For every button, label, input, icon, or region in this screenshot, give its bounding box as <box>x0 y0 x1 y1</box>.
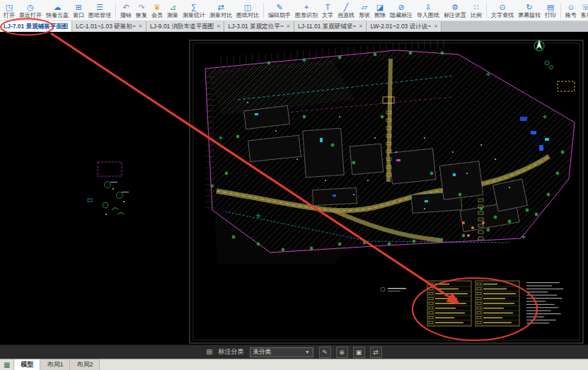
export-annotation-icon[interactable]: ⇄ <box>370 347 382 358</box>
category-grid-icon[interactable]: ⊞ <box>206 347 212 357</box>
toolbar-label: 测量对比 <box>209 12 232 18</box>
drawing-tab[interactable]: LJ-11.01 景观硬铺竖~× <box>294 21 367 32</box>
toolbar-open-button[interactable]: ◳打开 <box>1 0 17 21</box>
sheet-nav-icon[interactable]: ▦ <box>0 359 14 370</box>
cad-viewer-window: ◳打开◷最近打开☁快看云盘⊞窗口☰图纸管理↶撤销↷恢复♛会员⊿测量∑测量统计⇄测… <box>0 0 588 370</box>
toolbar-recent-open-button[interactable]: ◷最近打开 <box>17 0 44 21</box>
measure-icon: ⊿ <box>169 3 175 12</box>
vip-icon: ♛ <box>154 3 161 12</box>
sheet-subtitle <box>381 287 406 291</box>
layout-tab-布局2[interactable]: 布局2 <box>70 359 100 370</box>
toolbar-label: 隐藏标注 <box>390 12 413 18</box>
tab-close-icon[interactable]: × <box>359 23 362 30</box>
toolbar-label: 快看云盘 <box>46 12 69 18</box>
edit-assistant-icon: ✎ <box>276 3 282 12</box>
tab-close-icon[interactable]: × <box>139 23 142 30</box>
cad-drawing <box>0 32 588 345</box>
edit-annotation-icon[interactable]: ✎ <box>319 347 331 358</box>
toolbar-annotation-settings-button[interactable]: ⚙标注设置 <box>442 0 468 21</box>
annotation-actions: ✎⊕▣⇄ <box>319 347 382 358</box>
toolbar-shape-recognition-button[interactable]: ⌖图形识别 <box>293 0 320 21</box>
redo-icon: ↷ <box>138 3 144 12</box>
annotation-settings-icon: ⚙ <box>451 3 459 12</box>
toolbar-erase-button[interactable]: ◪擦除 <box>372 0 388 21</box>
toolbar-label: 图形识别 <box>295 12 318 18</box>
toolbar-label: 导入图纸 <box>417 12 439 18</box>
toolbar-support-button[interactable]: ☏客服 <box>579 0 588 21</box>
rotate-screen-icon: ↻ <box>526 3 532 12</box>
text-search-icon: ⊙ <box>499 3 505 12</box>
import-drawing-icon: ⇩ <box>425 3 431 12</box>
recent-open-icon: ◷ <box>27 3 34 12</box>
tab-close-icon[interactable]: × <box>434 23 437 30</box>
toolbar-label: 测量统计 <box>183 12 205 18</box>
toolbar-draw-line-button[interactable]: ╱画直线 <box>335 0 357 21</box>
toolbar-drawing-manager-button[interactable]: ☰图纸管理 <box>86 0 113 21</box>
tab-close-icon[interactable]: × <box>217 23 220 30</box>
toolbar-label: 形状 <box>359 12 370 18</box>
drawing-canvas[interactable] <box>0 32 588 345</box>
hide-annotations-icon: ⊘ <box>398 3 404 12</box>
toolbar-text-button[interactable]: T文字 <box>320 0 335 21</box>
layout-tab-模型[interactable]: 模型 <box>14 359 40 370</box>
toolbar-measure-button[interactable]: ⊿测量 <box>165 0 180 21</box>
print-icon: ▤ <box>547 3 554 12</box>
window-icon: ⊞ <box>75 3 81 12</box>
category-select[interactable]: 未分类 ▼ <box>250 347 313 357</box>
open-icon: ◳ <box>6 3 13 12</box>
toolbar-window-button[interactable]: ⊞窗口 <box>71 0 86 21</box>
toolbar-redo-button[interactable]: ↷恢复 <box>134 0 149 21</box>
toolbar-label: 客服 <box>581 12 588 18</box>
toolbar-edit-assistant-button[interactable]: ✎编辑助手 <box>266 0 293 21</box>
shape-recognition-icon: ⌖ <box>304 3 309 12</box>
toolbar-text-search-button[interactable]: ⊙文字查找 <box>489 0 516 21</box>
legend-table-2 <box>475 281 519 326</box>
toolbar-label: 打开 <box>4 12 15 18</box>
toolbar-cloud-drive-button[interactable]: ☁快看云盘 <box>44 0 71 21</box>
toolbar-drawing-compare-button[interactable]: ◫图纸对比 <box>234 0 261 21</box>
toolbar-label: 图纸管理 <box>88 12 111 18</box>
drawing-tab[interactable]: LW-2.01~2.03 设计说~× <box>367 21 442 32</box>
support-icon: ☏ <box>582 3 588 12</box>
toolbar-scale-button[interactable]: ∷比例 <box>468 0 484 21</box>
toolbar-vip-button[interactable]: ♛会员 <box>149 0 165 21</box>
toolbar-separator <box>486 3 487 18</box>
category-select-value: 未分类 <box>253 348 272 357</box>
toolbar-import-drawing-button[interactable]: ⇩导入图纸 <box>415 0 442 21</box>
toolbar-label: 比例 <box>471 12 482 18</box>
toolbar-account-button[interactable]: ☺账号 <box>563 0 579 21</box>
toolbar-label: 账号 <box>565 12 577 18</box>
layout-tab-布局1[interactable]: 布局1 <box>40 359 70 370</box>
drawing-tab-label: LJ-9.01 消防车道平面图 <box>150 23 214 31</box>
toolbar-undo-button[interactable]: ↶撤销 <box>118 0 134 21</box>
drawing-tab[interactable]: LJ-9.01 消防车道平面图× <box>146 21 224 32</box>
toolbar-measure-stats-button[interactable]: ∑测量统计 <box>180 0 207 21</box>
scale-icon: ∷ <box>474 3 479 12</box>
drawing-tab[interactable]: LC-1.01~1.03 硬装初~× <box>72 21 146 32</box>
drawing-tab[interactable]: LJ-7.01 景观铺装平面图 <box>0 21 72 32</box>
drawing-compare-icon: ◫ <box>244 3 251 12</box>
text-icon: T <box>325 3 330 12</box>
toolbar-label: 文字 <box>322 12 333 18</box>
toolbar-label: 打印 <box>545 12 556 18</box>
toolbar-hide-annotations-button[interactable]: ⊘隐藏标注 <box>388 0 415 21</box>
toolbar-separator <box>560 3 561 18</box>
toolbar-shapes-button[interactable]: ▱形状 <box>357 0 372 21</box>
legend-table-1 <box>427 281 471 326</box>
drawing-tab-label: LJ-11.01 景观硬铺竖~ <box>298 23 356 31</box>
locate-annotation-icon[interactable]: ⊕ <box>336 347 348 358</box>
toolbar-print-button[interactable]: ▤打印 <box>543 0 558 21</box>
annotation-bar: ⊞ 标注分类 未分类 ▼ ✎⊕▣⇄ <box>0 345 588 359</box>
cloud-drive-icon: ☁ <box>54 3 62 12</box>
copy-annotation-icon[interactable]: ▣ <box>353 347 365 358</box>
toolbar-measure-compare-button[interactable]: ⇄测量对比 <box>207 0 234 21</box>
toolbar-label: 标注设置 <box>444 12 466 18</box>
toolbar-label: 窗口 <box>73 12 84 18</box>
toolbar-label: 撤销 <box>120 12 132 18</box>
toolbar-rotate-screen-button[interactable]: ↻屏幕旋转 <box>516 0 543 21</box>
tab-close-icon[interactable]: × <box>287 23 290 30</box>
toolbar-label: 屏幕旋转 <box>518 12 541 18</box>
erase-icon: ◪ <box>376 3 384 12</box>
drawing-tab[interactable]: LJ-3.01 景观定位平~× <box>224 21 294 32</box>
undo-icon: ↶ <box>122 3 129 12</box>
